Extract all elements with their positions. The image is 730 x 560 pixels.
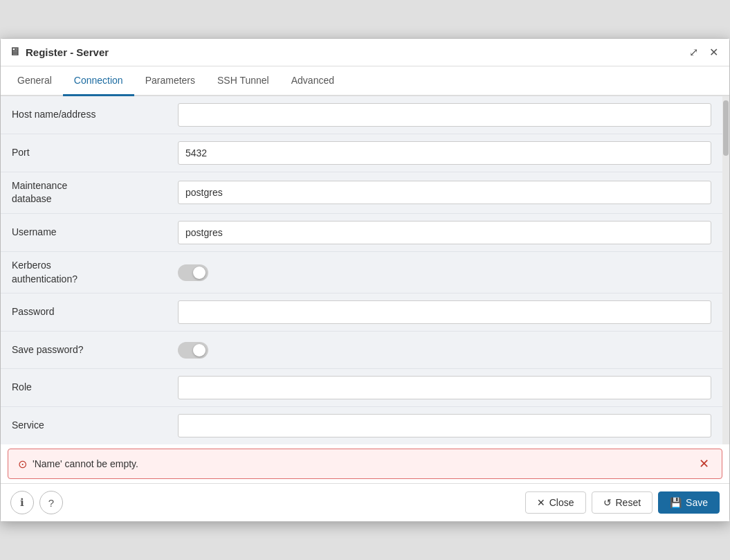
save-button[interactable]: 💾 Save (658, 491, 720, 514)
input-port[interactable] (178, 141, 711, 165)
dialog-title: 🖥 Register - Server (9, 46, 109, 58)
register-server-dialog: 🖥 Register - Server ⤢ ✕ General Connecti… (0, 38, 730, 522)
dialog-footer: ℹ ? ✕ Close ↺ Reset 💾 Save (1, 483, 729, 521)
tab-ssh-tunnel[interactable]: SSH Tunnel (206, 66, 280, 96)
toggle-save-password[interactable] (178, 342, 208, 359)
label-username: Username (12, 226, 178, 240)
form-scroll: Host name/address Port Maintenancedataba… (1, 96, 722, 444)
toggle-kerberos[interactable] (178, 264, 208, 281)
reset-icon: ↺ (603, 497, 612, 508)
tab-connection[interactable]: Connection (63, 66, 134, 96)
tab-parameters[interactable]: Parameters (134, 66, 206, 96)
error-message: 'Name' cannot be empty. (33, 458, 138, 469)
field-row-save-password: Save password? (1, 332, 722, 369)
toggle-save-password-thumb (193, 344, 206, 356)
input-maintenance-db[interactable] (178, 181, 711, 204)
error-icon: ⊙ (18, 458, 27, 471)
help-button[interactable]: ? (39, 491, 63, 514)
titlebar-actions: ⤢ ✕ (686, 44, 721, 60)
input-role[interactable] (178, 376, 711, 399)
expand-button[interactable]: ⤢ (686, 44, 701, 60)
tab-general[interactable]: General (6, 66, 63, 96)
close-window-button[interactable]: ✕ (706, 44, 721, 60)
label-role: Role (12, 381, 178, 395)
tab-bar: General Connection Parameters SSH Tunnel… (1, 66, 729, 96)
close-button[interactable]: ✕ Close (525, 491, 586, 514)
error-close-button[interactable]: ✕ (696, 456, 712, 471)
label-maintenance-db: Maintenancedatabase (12, 179, 178, 206)
close-icon: ✕ (537, 497, 545, 508)
footer-left: ℹ ? (10, 491, 63, 514)
field-row-port: Port (1, 134, 722, 172)
save-icon: 💾 (670, 497, 682, 508)
label-hostname: Host name/address (12, 108, 178, 122)
close-label: Close (549, 497, 574, 508)
server-icon: 🖥 (9, 46, 20, 58)
input-hostname[interactable] (178, 103, 711, 127)
titlebar: 🖥 Register - Server ⤢ ✕ (1, 39, 729, 66)
label-kerberos: Kerberosauthentication? (12, 259, 178, 286)
error-bar: ⊙ 'Name' cannot be empty. ✕ (8, 449, 722, 479)
label-service: Service (12, 419, 178, 433)
toggle-kerberos-thumb (193, 267, 206, 279)
field-row-service: Service (1, 407, 722, 444)
info-button[interactable]: ℹ (10, 491, 34, 514)
footer-right: ✕ Close ↺ Reset 💾 Save (525, 491, 720, 514)
reset-label: Reset (616, 497, 641, 508)
field-row-hostname: Host name/address (1, 96, 722, 134)
title-text: Register - Server (26, 46, 109, 58)
reset-button[interactable]: ↺ Reset (592, 491, 653, 514)
field-row-username: Username (1, 214, 722, 252)
field-row-role: Role (1, 369, 722, 407)
scrollbar-track (722, 96, 729, 444)
tab-advanced[interactable]: Advanced (280, 66, 345, 96)
form-content: Host name/address Port Maintenancedataba… (1, 96, 722, 444)
field-row-kerberos: Kerberosauthentication? (1, 252, 722, 293)
field-row-password: Password (1, 293, 722, 332)
save-label: Save (686, 497, 708, 508)
input-username[interactable] (178, 221, 711, 244)
error-text-wrap: ⊙ 'Name' cannot be empty. (18, 458, 696, 471)
label-password: Password (12, 305, 178, 319)
form-area: Host name/address Port Maintenancedataba… (1, 96, 729, 444)
label-save-password: Save password? (12, 343, 178, 357)
scrollbar-thumb[interactable] (723, 100, 729, 156)
input-service[interactable] (178, 414, 711, 437)
label-port: Port (12, 146, 178, 160)
field-row-maintenance-db: Maintenancedatabase (1, 172, 722, 214)
input-password[interactable] (178, 300, 711, 324)
